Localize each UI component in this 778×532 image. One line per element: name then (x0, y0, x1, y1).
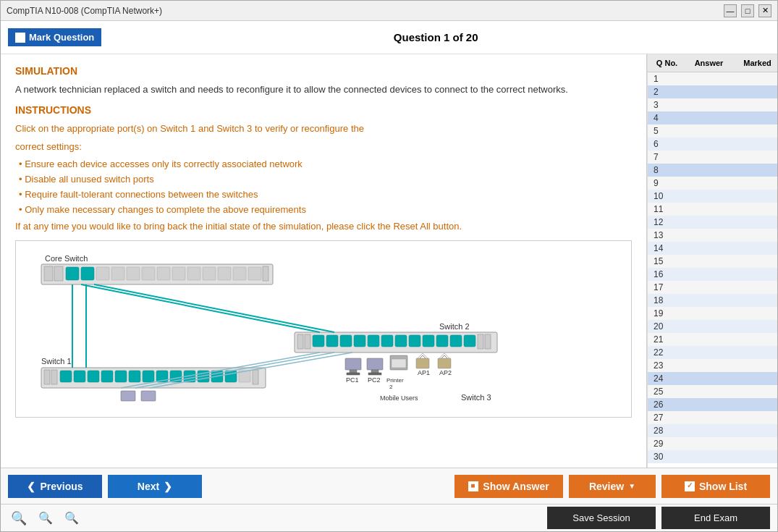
maximize-button[interactable]: □ (741, 4, 754, 17)
svg-rect-48 (143, 371, 154, 382)
col-marked-header: Marked (737, 57, 777, 69)
review-button[interactable]: Review ▼ (569, 475, 656, 498)
question-list-row[interactable]: 19 (648, 307, 777, 320)
question-list-row[interactable]: 1 (648, 72, 777, 85)
question-list-row[interactable]: 13 (648, 229, 777, 242)
question-list-row[interactable]: 14 (648, 242, 777, 255)
content-area: SIMULATION A network technician replaced… (1, 54, 777, 468)
svg-rect-11 (172, 267, 185, 280)
question-list-row[interactable]: 22 (648, 346, 777, 359)
question-list-row[interactable]: 28 (648, 424, 777, 437)
question-list-row[interactable]: 7 (648, 151, 777, 164)
question-list-row[interactable]: 9 (648, 177, 777, 190)
end-exam-button[interactable]: End Exam (661, 507, 770, 529)
question-list-row[interactable]: 2 (648, 85, 777, 98)
svg-rect-41 (51, 370, 57, 384)
question-list-row[interactable]: 20 (648, 320, 777, 333)
svg-text:Core Switch: Core Switch (45, 254, 88, 263)
previous-button[interactable]: Previous (8, 475, 102, 498)
minimize-button[interactable]: — (724, 4, 737, 17)
question-list-row[interactable]: 18 (648, 294, 777, 307)
instructions-label: INSTRUCTIONS (15, 104, 632, 116)
bullet3: • Require fault-tolerant connections bet… (15, 189, 632, 200)
svg-rect-6 (96, 267, 109, 280)
question-list-row[interactable]: 30 (648, 450, 777, 463)
svg-rect-46 (115, 371, 127, 382)
q-number: 8 (648, 165, 680, 175)
mark-question-button[interactable]: Mark Question (8, 28, 101, 46)
svg-rect-7 (111, 267, 124, 280)
question-list-row[interactable]: 15 (648, 255, 777, 268)
question-list-row[interactable]: 26 (648, 398, 777, 411)
svg-rect-56 (253, 370, 258, 384)
svg-rect-62 (345, 358, 361, 370)
instruction-line2: correct settings: (15, 140, 632, 154)
svg-rect-44 (88, 371, 99, 382)
question-list-row[interactable]: 25 (648, 385, 777, 398)
svg-rect-28 (395, 335, 407, 347)
question-list-row[interactable]: 24 (648, 372, 777, 385)
question-list-row[interactable]: 16 (648, 268, 777, 281)
svg-rect-34 (478, 334, 483, 349)
previous-label: Previous (40, 481, 83, 492)
svg-rect-42 (60, 371, 72, 382)
show-list-button[interactable]: ✓ Show List (661, 475, 770, 498)
show-answer-button[interactable]: ■ Show Answer (454, 475, 563, 498)
q-number: 25 (648, 387, 680, 397)
svg-rect-20 (297, 334, 303, 349)
q-number: 16 (648, 269, 680, 279)
q-number: 13 (648, 230, 680, 240)
q-number: 27 (648, 413, 680, 423)
question-list-row[interactable]: 8 (648, 164, 777, 177)
show-answer-label: Show Answer (483, 481, 549, 492)
zoom-and-save-row: 🔍 🔍 🔍 Save Session End Exam (1, 504, 777, 531)
question-list-row[interactable]: 3 (648, 98, 777, 111)
svg-rect-54 (225, 371, 237, 382)
question-list-row[interactable]: 12 (648, 216, 777, 229)
svg-rect-24 (340, 335, 352, 347)
zoom-out-button[interactable]: 🔍 (35, 510, 56, 526)
svg-rect-10 (157, 267, 170, 280)
svg-rect-68 (368, 373, 381, 375)
save-session-button[interactable]: Save Session (547, 507, 656, 529)
svg-line-36 (81, 284, 320, 332)
svg-rect-17 (263, 266, 269, 281)
next-button[interactable]: Next (108, 475, 202, 498)
svg-rect-15 (233, 267, 246, 280)
question-list-row[interactable]: 27 (648, 411, 777, 424)
svg-text:PC2: PC2 (368, 376, 381, 384)
q-number: 12 (648, 217, 680, 227)
toolbar: Mark Question Question 1 of 20 (1, 21, 777, 54)
svg-rect-8 (127, 267, 140, 280)
q-number: 2 (648, 87, 680, 97)
svg-rect-71 (392, 359, 406, 368)
q-number: 23 (648, 360, 680, 371)
question-list-row[interactable]: 29 (648, 437, 777, 450)
svg-rect-2 (44, 266, 53, 281)
q-number: 19 (648, 308, 680, 318)
svg-rect-23 (326, 335, 338, 347)
show-list-label: Show List (699, 481, 747, 492)
next-chevron-icon (164, 481, 172, 492)
question-body: A network technician replaced a switch a… (15, 83, 632, 97)
svg-rect-21 (305, 334, 310, 349)
question-list-row[interactable]: 10 (648, 190, 777, 203)
question-list-row[interactable]: 21 (648, 333, 777, 346)
q-number: 9 (648, 178, 680, 188)
question-list-row[interactable]: 5 (648, 124, 777, 138)
zoom-in-button[interactable]: 🔍 (8, 509, 30, 528)
svg-rect-80 (438, 358, 451, 368)
close-button[interactable]: ✕ (758, 4, 771, 17)
question-list-row[interactable]: 4 (648, 111, 777, 124)
question-list-row[interactable]: 6 (648, 138, 777, 151)
network-diagram[interactable]: Core Switch (15, 240, 632, 418)
zoom-reset-button[interactable]: 🔍 (62, 510, 82, 526)
svg-rect-16 (248, 267, 261, 280)
q-number: 22 (648, 347, 680, 358)
review-dropdown-icon: ▼ (628, 482, 635, 490)
question-list-row[interactable]: 17 (648, 281, 777, 294)
q-number: 20 (648, 321, 680, 332)
question-list-row[interactable]: 11 (648, 203, 777, 216)
q-number: 10 (648, 191, 680, 201)
question-list-row[interactable]: 23 (648, 359, 777, 372)
